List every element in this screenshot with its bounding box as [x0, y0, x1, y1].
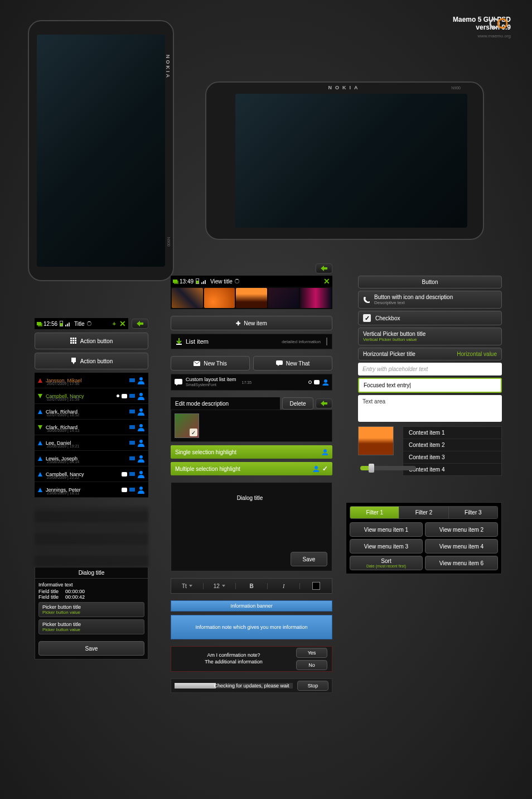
- scrollbar-indicator: [326, 338, 327, 345]
- progress-note: Checking for updates, please wait Stop: [171, 678, 332, 693]
- save-button[interactable]: Save: [38, 641, 144, 656]
- checkbox-button[interactable]: ✓ Checkbox: [358, 311, 502, 325]
- contact-row[interactable]: Jansson, Mikael26/07/2009 | 17:56: [35, 373, 148, 388]
- yes-button[interactable]: Yes: [296, 648, 327, 658]
- add-icon[interactable]: +: [113, 320, 116, 327]
- call-direction-icon: [38, 472, 42, 476]
- confirm-question: Am I confirmation note?: [176, 652, 292, 659]
- context-menu-item[interactable]: Context item 1: [403, 427, 501, 439]
- thumbnail[interactable]: [236, 288, 267, 308]
- chat-icon: [276, 360, 283, 366]
- picker-value: Picker button value: [42, 627, 141, 632]
- svg-rect-7: [75, 340, 76, 341]
- custom-list-item[interactable]: Custom layout list item SmallSystemFont …: [171, 374, 332, 391]
- dialog-title: Dialog title: [35, 567, 148, 579]
- status-bar[interactable]: 12:56 Title + ✕: [35, 318, 128, 329]
- view-menu-item[interactable]: View menu item 2: [425, 522, 498, 537]
- context-menu-item[interactable]: Context item 2: [403, 439, 501, 451]
- picker-button[interactable]: Picker button title Picker button value: [38, 619, 144, 634]
- slider[interactable]: [360, 466, 416, 470]
- view-menu-item[interactable]: View menu item 1: [350, 522, 423, 537]
- delete-button[interactable]: Delete: [282, 397, 313, 410]
- view-menu-item[interactable]: View menu item 4: [425, 539, 498, 553]
- chat-icon: [122, 394, 127, 398]
- context-menu-item[interactable]: Context item 4: [403, 464, 501, 475]
- close-icon[interactable]: ✕: [119, 319, 126, 328]
- back-button[interactable]: [316, 398, 332, 408]
- svg-point-13: [139, 393, 143, 396]
- contact-row[interactable]: Lee, Daniel26/06/2009 | 19:21: [35, 435, 148, 451]
- selected-thumbnail[interactable]: ✓: [175, 413, 199, 438]
- contact-row[interactable]: Campbell, Nancy25/06/2009 | 22:22: [35, 466, 148, 482]
- picker-button[interactable]: Picker button title Picker button value: [38, 602, 144, 617]
- filter-tab[interactable]: Filter 1: [350, 507, 399, 518]
- thumbnail-strip[interactable]: [171, 287, 332, 309]
- bold-button[interactable]: B: [236, 583, 268, 589]
- new-that-button[interactable]: New That: [253, 356, 332, 370]
- context-menu-item[interactable]: Context item 3: [403, 451, 501, 464]
- contact-row[interactable]: Clark, Richard30/06/2009 | 14:13: [35, 420, 148, 435]
- vertical-picker-button[interactable]: Vertical Picker button title Vertical Pi…: [358, 328, 502, 345]
- person-icon: [137, 470, 145, 478]
- text-entry-placeholder[interactable]: Entry with placeholder text: [358, 363, 502, 376]
- action-button-2[interactable]: Action button: [35, 353, 148, 369]
- thumbnail[interactable]: [300, 288, 331, 308]
- svg-point-19: [139, 487, 143, 490]
- new-this-button[interactable]: New This: [171, 356, 250, 370]
- multi-selection-row[interactable]: Multiple selection highlight ✓: [171, 462, 332, 475]
- filter-tab[interactable]: Filter 2: [399, 507, 448, 518]
- generic-button[interactable]: Button: [358, 276, 502, 288]
- status-bar[interactable]: 13:49 View title ✕: [171, 276, 332, 287]
- mail-icon: [129, 378, 135, 382]
- sort-button[interactable]: SortDate (most recent first): [350, 556, 423, 570]
- blurred-background: [35, 507, 148, 567]
- context-thumbnail[interactable]: [358, 426, 394, 455]
- horizontal-picker-button[interactable]: Horizontal Picker title Horizontal value: [358, 348, 502, 360]
- person-icon: [321, 449, 328, 455]
- close-icon[interactable]: ✕: [323, 277, 330, 286]
- task-switcher-icon[interactable]: [173, 280, 177, 283]
- contact-row[interactable]: Jennings, Peter23/06/2009 | 18:11: [35, 482, 148, 498]
- confirmation-note: Am I confirmation note? The additional i…: [171, 646, 332, 672]
- call-direction-icon: [38, 425, 42, 430]
- action-button-1[interactable]: Action button: [35, 333, 148, 349]
- person-icon: [137, 377, 145, 384]
- back-button[interactable]: [316, 263, 332, 273]
- svg-point-18: [139, 471, 143, 474]
- back-button[interactable]: [132, 319, 148, 329]
- no-button[interactable]: No: [296, 660, 327, 670]
- svg-rect-11: [71, 358, 76, 362]
- svg-rect-4: [75, 338, 76, 339]
- color-picker[interactable]: [300, 582, 332, 590]
- list-item[interactable]: List item detailed information: [171, 334, 332, 349]
- view-menu-item[interactable]: View menu item 6: [425, 556, 498, 570]
- view-menu-item[interactable]: View menu item 3: [350, 539, 423, 553]
- context-menu: Context item 1Context item 2Context item…: [403, 426, 502, 476]
- icon-description-button[interactable]: Button with icon and description Descrip…: [358, 291, 502, 309]
- progress-label: Checking for updates, please wait: [214, 683, 289, 689]
- svg-rect-3: [72, 338, 74, 339]
- thumbnail[interactable]: [204, 288, 235, 308]
- save-button[interactable]: Save: [291, 552, 327, 566]
- text-area[interactable]: Text area: [358, 395, 502, 422]
- thumbnail[interactable]: [172, 288, 203, 308]
- contact-row[interactable]: Campbell, Nancy02/07/2009 | 21:59: [35, 388, 148, 404]
- thumbnail[interactable]: [268, 288, 299, 308]
- slider-knob[interactable]: [369, 464, 374, 473]
- signal-icon: [201, 278, 206, 284]
- new-item-button[interactable]: ✚ New item: [171, 316, 332, 330]
- italic-button[interactable]: I: [268, 583, 300, 589]
- edit-mode-description: Edit mode description: [171, 397, 280, 410]
- single-selection-row[interactable]: Single selection highlight: [171, 445, 332, 459]
- mail-icon: [194, 361, 200, 366]
- font-size-picker[interactable]: 12: [204, 583, 236, 589]
- item-title: Custom layout list item: [186, 377, 236, 383]
- call-direction-icon: [38, 456, 42, 461]
- font-family-picker[interactable]: Tt: [171, 583, 204, 589]
- contact-row[interactable]: Lewis, Joseph25/06/2009 | 04:14: [35, 451, 148, 466]
- stop-button[interactable]: Stop: [297, 681, 328, 691]
- task-switcher-icon[interactable]: [37, 322, 41, 325]
- filter-tab[interactable]: Filter 3: [449, 507, 497, 518]
- text-entry-focused[interactable]: Focused text entry: [358, 378, 502, 393]
- contact-row[interactable]: Clark, Richard02/07/2009 | 18:52: [35, 404, 148, 420]
